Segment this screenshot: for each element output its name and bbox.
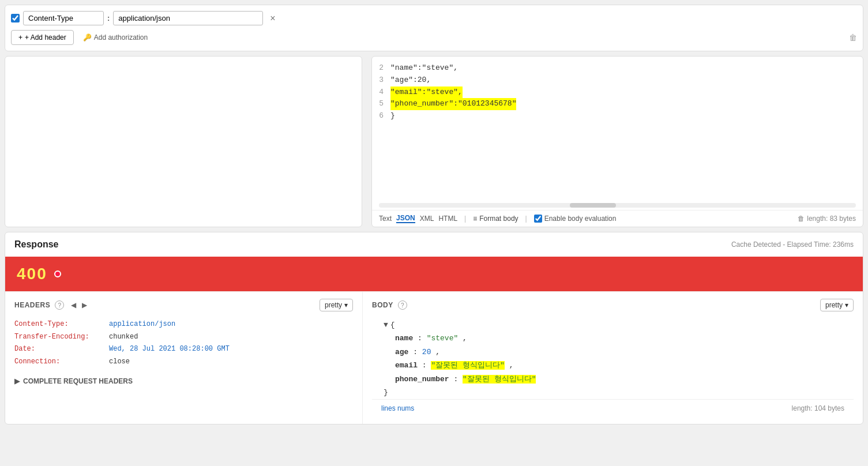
horizontal-scrollbar[interactable] bbox=[379, 203, 856, 208]
collapse-right-button[interactable]: ▶ bbox=[80, 300, 89, 310]
collapse-arrows: ◀ ▶ bbox=[69, 300, 89, 310]
lines-nums-button[interactable]: lines nums bbox=[381, 404, 414, 412]
enable-body-checkbox[interactable] bbox=[534, 215, 542, 223]
status-code: 400 bbox=[17, 265, 47, 283]
dropdown-chevron-icon: ▾ bbox=[344, 301, 348, 309]
body-pretty-dropdown[interactable]: pretty ▾ bbox=[820, 299, 854, 311]
complete-request-label: COMPLETE REQUEST HEADERS bbox=[23, 377, 133, 385]
enable-body-label: Enable body evaluation bbox=[544, 215, 617, 223]
json-collapse-triangle[interactable]: ▼ bbox=[384, 318, 388, 332]
header-content-type-row: Content-Type: application/json bbox=[14, 318, 353, 331]
headers-info-icon[interactable]: ? bbox=[55, 300, 64, 310]
body-title-row: BODY ? pretty ▾ bbox=[372, 299, 854, 311]
header-key-input[interactable] bbox=[23, 11, 104, 25]
response-panels: HEADERS ? ◀ ▶ pretty ▾ Content-Type: app… bbox=[5, 291, 863, 424]
tab-text[interactable]: Text bbox=[379, 215, 392, 223]
code-editor-area[interactable]: 2 "name":"steve", 3 "age":20, 4 "email":… bbox=[372, 57, 863, 201]
key-icon: 🔑 bbox=[83, 33, 92, 42]
json-root-line: ▼ { bbox=[372, 318, 854, 332]
code-line-2: 2 "name":"steve", bbox=[372, 62, 857, 74]
header-value-input[interactable] bbox=[113, 11, 263, 25]
response-title: Response bbox=[14, 239, 58, 250]
header-toolbar: + + Add header 🔑 Add authorization 🗑 bbox=[11, 30, 857, 45]
response-body-code: ▼ { name : "steve" , age : 20 , bbox=[372, 318, 854, 399]
toolbar-separator-2: | bbox=[525, 215, 527, 223]
status-indicator bbox=[54, 270, 61, 277]
body-info-icon[interactable]: ? bbox=[398, 300, 407, 310]
request-headers-panel: : × + + Add header 🔑 Add authorization 🗑 bbox=[5, 5, 863, 51]
body-dropdown-chevron-icon: ▾ bbox=[845, 301, 848, 309]
tab-json[interactable]: JSON bbox=[396, 214, 415, 223]
triangle-icon: ▶ bbox=[14, 377, 20, 385]
length-label: length: 83 bytes bbox=[807, 215, 856, 223]
pretty-label: pretty bbox=[325, 301, 342, 309]
response-headers-table: Content-Type: application/json Transfer-… bbox=[14, 318, 353, 368]
response-headers-panel: HEADERS ? ◀ ▶ pretty ▾ Content-Type: app… bbox=[5, 292, 363, 424]
format-icon: ≡ bbox=[473, 215, 477, 223]
code-line-4: 4 "email":"steve", bbox=[372, 87, 857, 99]
plus-icon: + bbox=[18, 33, 22, 42]
toolbar-separator-1: | bbox=[464, 215, 466, 223]
remove-header-button[interactable]: × bbox=[266, 12, 279, 25]
header-transfer-encoding-row: Transfer-Encoding: chunked bbox=[14, 331, 353, 344]
body-panel-title: BODY bbox=[372, 301, 393, 309]
tab-xml[interactable]: XML bbox=[420, 215, 434, 223]
cache-info: Cache Detected - Elapsed Time: 236ms bbox=[731, 240, 854, 249]
header-enabled-checkbox[interactable] bbox=[11, 14, 20, 22]
json-phone-line: phone_number : "잘못된 형식입니다" bbox=[372, 373, 854, 386]
body-pretty-label: pretty bbox=[825, 301, 843, 309]
headers-title-row: HEADERS ? ◀ ▶ pretty ▾ bbox=[14, 299, 353, 311]
add-auth-label: Add authorization bbox=[94, 33, 148, 42]
delete-all-icon[interactable]: 🗑 bbox=[849, 33, 857, 42]
code-line-3: 3 "age":20, bbox=[372, 74, 857, 87]
request-body-left bbox=[5, 56, 362, 227]
collapse-left-button[interactable]: ◀ bbox=[69, 300, 78, 310]
add-authorization-button[interactable]: 🔑 Add authorization bbox=[83, 33, 148, 42]
headers-pretty-dropdown[interactable]: pretty ▾ bbox=[320, 299, 353, 311]
add-header-button[interactable]: + + Add header bbox=[11, 30, 74, 45]
json-name-line: name : "steve" , bbox=[372, 332, 854, 345]
json-close-brace-line: } bbox=[372, 386, 854, 399]
format-body-button[interactable]: ≡ Format body bbox=[473, 215, 518, 223]
trash-icon[interactable]: 🗑 bbox=[798, 215, 805, 223]
enable-body-toggle[interactable]: Enable body evaluation bbox=[534, 215, 617, 223]
json-email-line: email : "잘못된 형식입니다" , bbox=[372, 359, 854, 372]
add-header-label: + Add header bbox=[25, 33, 66, 42]
body-length-info: length: 104 bytes bbox=[792, 404, 844, 412]
format-body-label: Format body bbox=[479, 215, 518, 223]
complete-request-headers-toggle[interactable]: ▶ COMPLETE REQUEST HEADERS bbox=[14, 377, 353, 385]
request-body-editor: 2 "name":"steve", 3 "age":20, 4 "email":… bbox=[371, 56, 863, 227]
code-line-6: 6 } bbox=[372, 110, 857, 122]
headers-panel-title: HEADERS bbox=[14, 301, 50, 309]
response-body-panel: BODY ? pretty ▾ ▼ { name : "steve" bbox=[363, 292, 863, 424]
body-footer: lines nums length: 104 bytes bbox=[372, 399, 854, 417]
colon-separator: : bbox=[107, 14, 110, 22]
code-line-5: 5 "phone_number":"01012345678" bbox=[372, 98, 857, 110]
header-connection-row: Connection: close bbox=[14, 356, 353, 369]
header-date-row: Date: Wed, 28 Jul 2021 08:28:00 GMT bbox=[14, 343, 353, 356]
response-header-row: Response Cache Detected - Elapsed Time: … bbox=[5, 232, 863, 257]
json-age-line: age : 20 , bbox=[372, 345, 854, 359]
code-toolbar: Text JSON XML HTML | ≡ Format body | Ena… bbox=[372, 210, 863, 227]
body-length-info: 🗑 length: 83 bytes bbox=[798, 215, 856, 223]
header-row-content-type: : × bbox=[11, 11, 857, 25]
tab-html[interactable]: HTML bbox=[438, 215, 457, 223]
status-bar: 400 bbox=[5, 257, 863, 291]
response-section: Response Cache Detected - Elapsed Time: … bbox=[5, 232, 863, 424]
